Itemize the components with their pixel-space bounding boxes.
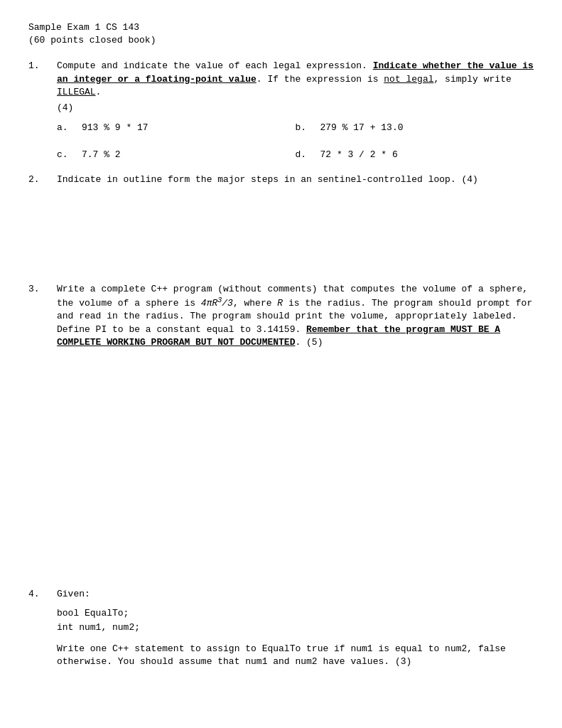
q1-text-simply: , simply write: [434, 74, 512, 85]
q3-points: . (5): [295, 337, 323, 348]
q4-code-line1: bool EqualTo;: [57, 606, 534, 621]
question-4-number: 4.: [28, 588, 57, 669]
q1-expr-c: c. 7.7 % 2: [57, 149, 296, 161]
q1-expr-a: a. 913 % 9 * 17: [57, 122, 296, 134]
question-2-number: 2.: [28, 173, 57, 186]
question-4: 4. Given: bool EqualTo; int num1, num2; …: [28, 588, 534, 669]
q1-points: (4): [57, 102, 534, 114]
q1-expr-c-value: 7.7 % 2: [82, 149, 121, 161]
document-header: Sample Exam 1 CS 143 (60 points closed b…: [28, 21, 534, 47]
question-1-body: Compute and indicate the value of each l…: [57, 60, 534, 161]
q4-code-line2: int num1, num2;: [57, 621, 534, 635]
q1-text-illegal: ILLEGAL: [57, 87, 96, 97]
question-1-number: 1.: [28, 60, 57, 161]
q1-expr-d: d. 72 * 3 / 2 * 6: [296, 149, 534, 161]
q1-text-intro: Compute and indicate the value of each l…: [57, 60, 373, 71]
q1-expr-a-label: a.: [57, 122, 75, 134]
q1-expr-c-label: c.: [57, 149, 75, 161]
header-line2: (60 points closed book): [28, 34, 534, 47]
q4-instruction-line1: Write one C++ statement to assign to Equ…: [57, 643, 534, 655]
question-3-number: 3.: [28, 283, 57, 349]
q3-answer-space: [28, 360, 534, 588]
question-4-body: Given: bool EqualTo; int num1, num2; Wri…: [57, 588, 534, 669]
q2-text: Indicate in outline form the major steps…: [57, 174, 478, 185]
header-line1: Sample Exam 1 CS 143: [28, 21, 534, 34]
q4-instruction: Write one C++ statement to assign to Equ…: [57, 643, 534, 668]
question-3-body: Write a complete C++ program (without co…: [57, 283, 534, 349]
q1-text-not-legal: not legal: [384, 74, 433, 85]
q1-expr-b-label: b.: [296, 122, 313, 134]
q1-text-period: .: [96, 87, 102, 97]
q4-code: bool EqualTo; int num1, num2;: [57, 606, 534, 634]
q2-answer-space: [28, 198, 534, 283]
q1-expr-d-label: d.: [296, 149, 313, 161]
question-1: 1. Compute and indicate the value of eac…: [28, 60, 534, 161]
q3-formula: 4πR3/3: [201, 298, 233, 309]
q1-text-mid: . If the expression is: [256, 74, 384, 85]
q1-expr-d-value: 72 * 3 / 2 * 6: [320, 149, 398, 161]
q1-expr-b-value: 279 % 17 + 13.0: [320, 122, 404, 134]
question-2-body: Indicate in outline form the major steps…: [57, 173, 534, 186]
question-2: 2. Indicate in outline form the major st…: [28, 173, 534, 186]
q1-expressions: a. 913 % 9 * 17 b. 279 % 17 + 13.0 c. 7.…: [57, 122, 534, 161]
q1-expr-b: b. 279 % 17 + 13.0: [296, 122, 534, 134]
q1-expr-a-value: 913 % 9 * 17: [82, 122, 148, 134]
q4-given-label: Given:: [57, 588, 534, 601]
q4-instruction-line2: otherwise. You should assume that num1 a…: [57, 655, 534, 668]
question-3: 3. Write a complete C++ program (without…: [28, 283, 534, 349]
